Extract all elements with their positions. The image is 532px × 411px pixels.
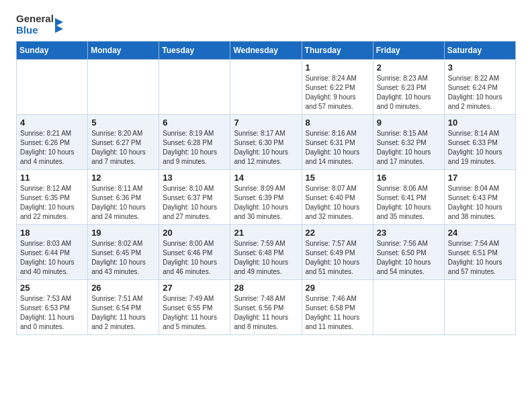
day-number: 5 — [91, 118, 155, 128]
calendar-week-row: 11Sunrise: 8:12 AM Sunset: 6:35 PM Dayli… — [17, 170, 516, 225]
day-number: 14 — [234, 173, 298, 183]
day-info: Sunrise: 8:02 AM Sunset: 6:45 PM Dayligh… — [91, 239, 155, 277]
day-info: Sunrise: 8:12 AM Sunset: 6:35 PM Dayligh… — [20, 184, 84, 222]
day-number: 6 — [163, 118, 226, 128]
calendar-cell: 6Sunrise: 8:19 AM Sunset: 6:28 PM Daylig… — [159, 115, 230, 170]
calendar-cell — [17, 60, 88, 115]
logo-chevrons-icon — [55, 15, 70, 34]
day-number: 29 — [306, 283, 369, 293]
col-header-sunday: Sunday — [17, 42, 88, 60]
day-info: Sunrise: 7:53 AM Sunset: 6:53 PM Dayligh… — [20, 294, 84, 332]
calendar-cell: 2Sunrise: 8:23 AM Sunset: 6:23 PM Daylig… — [373, 60, 444, 115]
calendar-week-row: 1Sunrise: 8:24 AM Sunset: 6:22 PM Daylig… — [17, 60, 516, 115]
col-header-tuesday: Tuesday — [159, 42, 230, 60]
calendar-cell: 15Sunrise: 8:07 AM Sunset: 6:40 PM Dayli… — [302, 170, 373, 225]
calendar-cell: 12Sunrise: 8:11 AM Sunset: 6:36 PM Dayli… — [88, 170, 159, 225]
day-number: 18 — [20, 228, 84, 238]
calendar-cell: 5Sunrise: 8:20 AM Sunset: 6:27 PM Daylig… — [88, 115, 159, 170]
col-header-monday: Monday — [88, 42, 159, 60]
day-number: 12 — [91, 173, 155, 183]
day-number: 23 — [377, 228, 441, 238]
calendar-cell: 26Sunrise: 7:51 AM Sunset: 6:54 PM Dayli… — [88, 280, 159, 335]
logo-general: General — [16, 13, 54, 25]
day-info: Sunrise: 8:21 AM Sunset: 6:26 PM Dayligh… — [20, 129, 84, 167]
day-info: Sunrise: 8:17 AM Sunset: 6:30 PM Dayligh… — [234, 129, 298, 167]
page: General Blue SundayMondayTuesdayWednesda… — [0, 0, 532, 346]
day-info: Sunrise: 8:14 AM Sunset: 6:33 PM Dayligh… — [448, 129, 512, 167]
col-header-friday: Friday — [373, 42, 444, 60]
logo-blue: Blue — [16, 25, 54, 36]
day-info: Sunrise: 7:51 AM Sunset: 6:54 PM Dayligh… — [91, 294, 155, 332]
calendar-cell: 24Sunrise: 7:54 AM Sunset: 6:51 PM Dayli… — [444, 225, 515, 280]
calendar-table: SundayMondayTuesdayWednesdayThursdayFrid… — [16, 41, 516, 335]
calendar-cell: 28Sunrise: 7:48 AM Sunset: 6:56 PM Dayli… — [230, 280, 302, 335]
calendar-cell — [444, 280, 515, 335]
calendar-cell: 19Sunrise: 8:02 AM Sunset: 6:45 PM Dayli… — [88, 225, 159, 280]
day-info: Sunrise: 8:15 AM Sunset: 6:32 PM Dayligh… — [377, 129, 441, 167]
calendar-cell: 20Sunrise: 8:00 AM Sunset: 6:46 PM Dayli… — [159, 225, 230, 280]
day-info: Sunrise: 8:03 AM Sunset: 6:44 PM Dayligh… — [20, 239, 84, 277]
day-info: Sunrise: 8:20 AM Sunset: 6:27 PM Dayligh… — [91, 129, 155, 167]
day-number: 20 — [163, 228, 226, 238]
day-info: Sunrise: 7:57 AM Sunset: 6:49 PM Dayligh… — [306, 239, 369, 277]
calendar-cell: 17Sunrise: 8:04 AM Sunset: 6:43 PM Dayli… — [444, 170, 515, 225]
calendar-cell: 13Sunrise: 8:10 AM Sunset: 6:37 PM Dayli… — [159, 170, 230, 225]
calendar-cell: 16Sunrise: 8:06 AM Sunset: 6:41 PM Dayli… — [373, 170, 444, 225]
day-number: 24 — [448, 228, 512, 238]
calendar-cell: 25Sunrise: 7:53 AM Sunset: 6:53 PM Dayli… — [17, 280, 88, 335]
day-number: 2 — [377, 62, 441, 73]
day-info: Sunrise: 7:49 AM Sunset: 6:55 PM Dayligh… — [163, 294, 226, 332]
header: General Blue — [16, 13, 516, 36]
day-info: Sunrise: 7:48 AM Sunset: 6:56 PM Dayligh… — [234, 294, 298, 332]
day-number: 27 — [163, 283, 226, 293]
day-info: Sunrise: 8:00 AM Sunset: 6:46 PM Dayligh… — [163, 239, 226, 277]
calendar-cell: 21Sunrise: 7:59 AM Sunset: 6:48 PM Dayli… — [230, 225, 302, 280]
col-header-thursday: Thursday — [302, 42, 373, 60]
day-number: 19 — [91, 228, 155, 238]
day-number: 4 — [20, 118, 84, 128]
day-number: 16 — [377, 173, 441, 183]
day-info: Sunrise: 8:09 AM Sunset: 6:39 PM Dayligh… — [234, 184, 298, 222]
calendar-cell: 10Sunrise: 8:14 AM Sunset: 6:33 PM Dayli… — [444, 115, 515, 170]
day-number: 7 — [234, 118, 298, 128]
calendar-cell — [373, 280, 444, 335]
calendar-cell — [88, 60, 159, 115]
day-info: Sunrise: 8:23 AM Sunset: 6:23 PM Dayligh… — [377, 74, 441, 111]
day-info: Sunrise: 8:16 AM Sunset: 6:31 PM Dayligh… — [306, 129, 369, 167]
day-number: 28 — [234, 283, 298, 293]
day-number: 25 — [20, 283, 84, 293]
svg-marker-0 — [55, 18, 63, 26]
calendar-cell — [230, 60, 302, 115]
calendar-cell: 9Sunrise: 8:15 AM Sunset: 6:32 PM Daylig… — [373, 115, 444, 170]
calendar-cell: 23Sunrise: 7:56 AM Sunset: 6:50 PM Dayli… — [373, 225, 444, 280]
calendar-cell: 11Sunrise: 8:12 AM Sunset: 6:35 PM Dayli… — [17, 170, 88, 225]
calendar-cell: 27Sunrise: 7:49 AM Sunset: 6:55 PM Dayli… — [159, 280, 230, 335]
calendar-cell: 4Sunrise: 8:21 AM Sunset: 6:26 PM Daylig… — [17, 115, 88, 170]
day-info: Sunrise: 8:19 AM Sunset: 6:28 PM Dayligh… — [163, 129, 226, 167]
calendar-cell: 3Sunrise: 8:22 AM Sunset: 6:24 PM Daylig… — [444, 60, 515, 115]
logo-wordmark: General Blue — [16, 13, 70, 36]
day-number: 26 — [91, 283, 155, 293]
calendar-cell: 14Sunrise: 8:09 AM Sunset: 6:39 PM Dayli… — [230, 170, 302, 225]
day-info: Sunrise: 7:56 AM Sunset: 6:50 PM Dayligh… — [377, 239, 441, 277]
day-number: 21 — [234, 228, 298, 238]
day-number: 9 — [377, 118, 441, 128]
calendar-cell — [159, 60, 230, 115]
day-info: Sunrise: 8:10 AM Sunset: 6:37 PM Dayligh… — [163, 184, 226, 222]
col-header-wednesday: Wednesday — [230, 42, 302, 60]
calendar-cell: 18Sunrise: 8:03 AM Sunset: 6:44 PM Dayli… — [17, 225, 88, 280]
calendar-cell: 1Sunrise: 8:24 AM Sunset: 6:22 PM Daylig… — [302, 60, 373, 115]
calendar-week-row: 4Sunrise: 8:21 AM Sunset: 6:26 PM Daylig… — [17, 115, 516, 170]
day-info: Sunrise: 7:46 AM Sunset: 6:58 PM Dayligh… — [306, 294, 369, 332]
calendar-cell: 22Sunrise: 7:57 AM Sunset: 6:49 PM Dayli… — [302, 225, 373, 280]
col-header-saturday: Saturday — [444, 42, 515, 60]
day-info: Sunrise: 8:24 AM Sunset: 6:22 PM Dayligh… — [306, 74, 369, 111]
calendar-week-row: 25Sunrise: 7:53 AM Sunset: 6:53 PM Dayli… — [17, 280, 516, 335]
day-info: Sunrise: 8:04 AM Sunset: 6:43 PM Dayligh… — [448, 184, 512, 222]
day-number: 15 — [306, 173, 369, 183]
day-number: 1 — [306, 62, 369, 73]
calendar-header-row: SundayMondayTuesdayWednesdayThursdayFrid… — [17, 42, 516, 60]
day-number: 17 — [448, 173, 512, 183]
day-number: 10 — [448, 118, 512, 128]
calendar-cell: 7Sunrise: 8:17 AM Sunset: 6:30 PM Daylig… — [230, 115, 302, 170]
